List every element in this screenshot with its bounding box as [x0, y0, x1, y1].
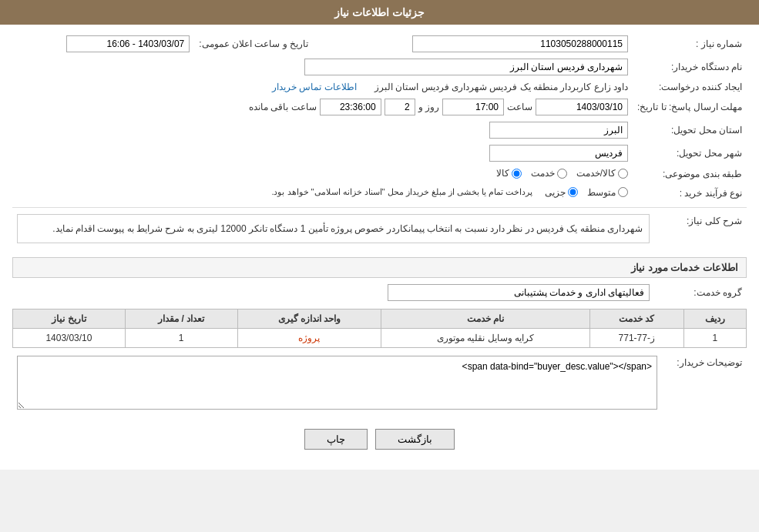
category-radio-khedmat[interactable]: [557, 169, 567, 179]
purchase-option-jozei[interactable]: جزیی: [545, 187, 578, 198]
province-input[interactable]: [489, 122, 628, 139]
table-row: 1 ز-77-771 کرایه وسایل نقلیه موتوری پروژ…: [13, 329, 747, 348]
group-service-table: گروه خدمت:: [12, 281, 747, 304]
col-header-qty: تعداد / مقدار: [125, 309, 237, 329]
deadline-days-label: روز و: [418, 102, 439, 112]
need-desc-box: شهرداری منطقه یک فردیس در نظر دارد نسبت …: [17, 214, 650, 243]
need-desc-value: شهرداری منطقه یک فردیس در نظر دارد نسبت …: [52, 223, 643, 234]
deadline-time-label: ساعت: [507, 102, 532, 112]
city-label: شهر محل تحویل:: [633, 142, 747, 165]
category-label-kala-khedmat: کالا/خدمت: [576, 168, 616, 179]
purchase-radio-motavasset[interactable]: [618, 187, 628, 197]
col-header-name: نام خدمت: [381, 309, 590, 329]
buyer-desc-textarea[interactable]: <span data-bind="buyer_desc.value"></spa…: [17, 356, 657, 410]
province-label: استان محل تحویل:: [633, 119, 747, 142]
category-option-khedmat[interactable]: خدمت: [531, 168, 567, 179]
purchase-label-jozei: جزیی: [545, 187, 566, 198]
creator-label: ایجاد کننده درخواست:: [633, 79, 747, 95]
print-button[interactable]: چاپ: [304, 429, 368, 450]
unit-link[interactable]: پروژه: [298, 333, 320, 343]
purchase-type-label: نوع فرآیند خرید :: [633, 184, 747, 203]
divider-1: [12, 207, 747, 208]
category-label: طبقه بندی موضوعی:: [633, 165, 747, 184]
group-service-input[interactable]: [388, 284, 650, 301]
buyer-org-label: نام دستگاه خریدار:: [633, 55, 747, 79]
deadline-label: مهلت ارسال پاسخ: تا تاریخ:: [633, 95, 747, 119]
announce-label: تاریخ و ساعت اعلان عمومی:: [194, 32, 324, 55]
cell-code: ز-77-771: [589, 329, 683, 348]
page-header: جزئیات اطلاعات نیاز: [0, 0, 759, 25]
deadline-days-input[interactable]: [385, 99, 415, 115]
purchase-label-motavasset: متوسط: [587, 187, 616, 198]
announce-input[interactable]: [66, 35, 190, 52]
buyer-org-input[interactable]: [304, 59, 628, 75]
cell-qty: 1: [125, 329, 237, 348]
cell-rownum: 1: [683, 329, 746, 348]
col-header-code: کد خدمت: [589, 309, 683, 329]
col-header-date: تاریخ نیاز: [13, 309, 126, 329]
category-radio-kala-khedmat[interactable]: [618, 169, 628, 179]
col-header-rownum: ردیف: [683, 309, 746, 329]
main-content: شماره نیاز : تاریخ و ساعت اعلان عمومی: ن…: [0, 25, 759, 470]
need-number-label: شماره نیاز :: [633, 32, 747, 55]
need-desc-label: شرح کلی نیاز:: [654, 211, 747, 251]
info-table: شماره نیاز : تاریخ و ساعت اعلان عمومی: ن…: [12, 32, 747, 202]
city-input[interactable]: [489, 145, 628, 162]
category-option-kala[interactable]: کالا: [496, 168, 522, 179]
purchase-radio-jozei[interactable]: [568, 187, 578, 197]
purchase-type-radio-group: متوسط جزیی: [545, 187, 628, 198]
need-number-input[interactable]: [412, 35, 628, 52]
cell-date: 1403/03/10: [13, 329, 126, 348]
group-service-label: گروه خدمت:: [654, 281, 747, 304]
page-title: جزئیات اطلاعات نیاز: [334, 6, 425, 18]
deadline-remaining-label: ساعت باقی مانده: [249, 102, 317, 112]
category-option-kala-khedmat[interactable]: کالا/خدمت: [576, 168, 628, 179]
category-radio-kala[interactable]: [512, 169, 522, 179]
category-radio-group: کالا/خدمت خدمت کالا: [496, 168, 628, 179]
deadline-remaining-input[interactable]: [320, 99, 381, 115]
services-table: ردیف کد خدمت نام خدمت واحد اندازه گیری ت…: [12, 309, 747, 348]
creator-value: داود زارع کاربردار منطقه یک فردیس شهردار…: [374, 82, 628, 92]
cell-name: کرایه وسایل نقلیه موتوری: [381, 329, 590, 348]
col-header-unit: واحد اندازه گیری: [237, 309, 381, 329]
services-section-title: اطلاعات خدمات مورد نیاز: [12, 257, 747, 278]
deadline-time-input[interactable]: [442, 99, 504, 115]
cell-unit: پروژه: [237, 329, 381, 348]
category-label-khedmat: خدمت: [531, 168, 555, 179]
page-wrapper: جزئیات اطلاعات نیاز شماره نیاز : تاریخ و…: [0, 0, 759, 470]
buyer-desc-table: توضیحات خریدار: <span data-bind="buyer_d…: [12, 353, 747, 415]
buyer-desc-label: توضیحات خریدار:: [662, 353, 747, 415]
category-label-kala: کالا: [496, 168, 509, 179]
back-button[interactable]: بازگشت: [375, 429, 455, 450]
purchase-note: پرداخت تمام یا بخشی از مبلغ خریداز محل "…: [271, 187, 532, 197]
button-row: بازگشت چاپ: [12, 420, 747, 462]
need-desc-table: شرح کلی نیاز: شهرداری منطقه یک فردیس در …: [12, 211, 747, 251]
purchase-option-motavasset[interactable]: متوسط: [587, 187, 628, 198]
deadline-date-input[interactable]: [536, 99, 628, 115]
creator-contact-link[interactable]: اطلاعات تماس خریدار: [272, 82, 357, 92]
